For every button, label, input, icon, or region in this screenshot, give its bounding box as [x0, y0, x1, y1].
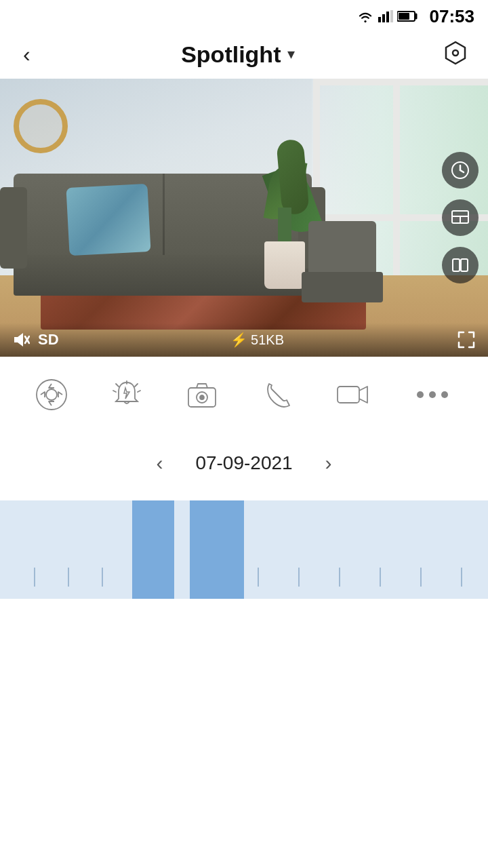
- camera-feed: SD ⚡ 51KB: [0, 79, 488, 357]
- signal-icon: [378, 9, 393, 23]
- status-bar: 07:53: [0, 0, 488, 30]
- clock-icon: [450, 160, 470, 180]
- tick-mark: [68, 568, 69, 587]
- phone-icon: [260, 377, 295, 412]
- timeline-event[interactable]: [132, 500, 174, 599]
- plant-leaf: [276, 138, 309, 215]
- svg-point-28: [200, 395, 204, 399]
- status-time: 07:53: [430, 6, 475, 27]
- svg-rect-3: [390, 10, 393, 22]
- wifi-icon: [357, 9, 374, 23]
- bandwidth-display: ⚡ 51KB: [230, 332, 284, 348]
- svg-rect-15: [461, 259, 468, 271]
- screen-icon: [450, 208, 470, 228]
- rotate-icon: [450, 255, 470, 275]
- mute-button[interactable]: [11, 330, 30, 349]
- svg-rect-0: [378, 17, 381, 22]
- next-date-button[interactable]: ›: [320, 446, 338, 480]
- tick-mark: [420, 568, 422, 587]
- back-button[interactable]: ‹: [16, 39, 37, 70]
- svg-marker-6: [446, 42, 465, 64]
- prev-date-button[interactable]: ‹: [150, 446, 168, 480]
- mute-icon: [11, 330, 30, 349]
- svg-rect-5: [399, 13, 409, 20]
- video-call-button[interactable]: [335, 377, 370, 412]
- svg-line-10: [460, 170, 464, 172]
- fullscreen-button[interactable]: [455, 329, 477, 351]
- dot: [441, 391, 448, 398]
- svg-line-25: [135, 384, 138, 387]
- battery-icon: [397, 10, 419, 22]
- svg-line-23: [138, 391, 140, 392]
- settings-icon: [441, 39, 470, 69]
- camera-bottom-bar: SD ⚡ 51KB: [0, 323, 488, 357]
- tick-mark: [380, 568, 381, 587]
- svg-point-20: [46, 389, 57, 400]
- schedule-button[interactable]: [442, 152, 479, 189]
- ptz-button[interactable]: [34, 377, 69, 412]
- tick-mark: [258, 568, 259, 587]
- tick-mark: [102, 568, 103, 587]
- chair: [302, 221, 383, 302]
- svg-line-24: [116, 384, 119, 387]
- page-title: Spotlight: [181, 41, 281, 68]
- tick-mark: [461, 568, 462, 587]
- quality-badge: SD: [38, 331, 59, 349]
- fullscreen-icon: [455, 329, 477, 351]
- status-icons: [357, 9, 419, 23]
- tick-mark: [298, 568, 300, 587]
- header: ‹ Spotlight ▾: [0, 30, 488, 79]
- timeline[interactable]: [0, 500, 488, 599]
- current-date: 07-09-2021: [195, 452, 292, 474]
- date-navigation: ‹ 07-09-2021 ›: [0, 426, 488, 494]
- svg-point-7: [453, 50, 458, 56]
- camera-bottom-left: SD: [11, 330, 59, 349]
- rotate-button[interactable]: [442, 247, 479, 283]
- alarm-button[interactable]: [109, 377, 144, 412]
- mirror-decoration: [14, 99, 68, 153]
- timeline-event[interactable]: [190, 500, 244, 599]
- chevron-down-icon: ▾: [287, 45, 295, 63]
- more-button[interactable]: [410, 384, 455, 405]
- overlay-icons: [442, 152, 479, 283]
- plant-pot: [264, 241, 305, 289]
- more-dots: [410, 384, 455, 405]
- alarm-icon: [109, 377, 144, 412]
- camera-snapshot-icon: [184, 377, 220, 412]
- svg-rect-1: [382, 14, 385, 22]
- svg-line-22: [113, 391, 116, 392]
- header-title-wrap[interactable]: Spotlight ▾: [181, 41, 295, 68]
- svg-rect-14: [453, 259, 460, 271]
- bottom-area: [0, 599, 488, 789]
- dot: [417, 391, 424, 398]
- tick-mark: [339, 568, 340, 587]
- call-button[interactable]: [260, 377, 295, 412]
- svg-rect-29: [338, 387, 359, 403]
- dot: [429, 391, 436, 398]
- screen-button[interactable]: [442, 199, 479, 236]
- svg-rect-2: [386, 12, 389, 22]
- room-scene: [0, 79, 488, 357]
- snapshot-button[interactable]: [184, 377, 220, 412]
- video-call-icon: [335, 377, 370, 412]
- tick-mark: [34, 568, 35, 587]
- ptz-icon: [34, 377, 69, 412]
- controls-row: [0, 357, 488, 426]
- settings-button[interactable]: [439, 38, 472, 71]
